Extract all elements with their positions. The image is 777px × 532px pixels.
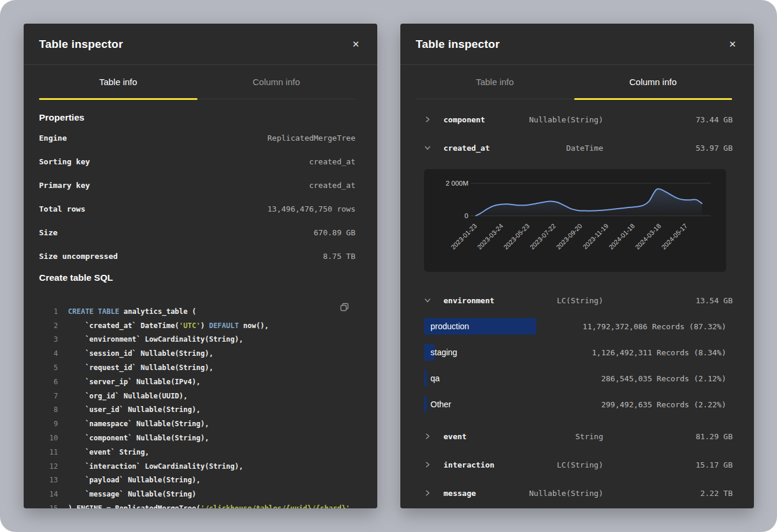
line-number: 6 [39,378,58,386]
line-number: 15 [39,504,58,508]
sql-line: 2 `created_at` DateTime('UTC') DEFAULT n… [39,319,355,333]
property-value: 670.89 GB [314,228,355,237]
sql-line: 8 `user_id` Nullable(String), [39,403,355,417]
sql-code: `component` Nullable(String), [68,434,209,442]
properties-list: Engine ReplicatedMergeTree Sorting key c… [39,126,355,268]
sql-line: 15 ) ENGINE = ReplicatedMergeTree('/clic… [39,501,355,508]
property-label: Size [39,228,57,237]
sql-code: `message` Nullable(String) [68,490,196,498]
x-axis-tick-label: 2023-07-22 [529,222,557,251]
column-size: 2.22 TB [603,489,733,498]
close-icon[interactable]: ✕ [725,37,740,51]
property-row: Total rows 13,496,476,750 rows [39,197,355,220]
column-type: String [575,432,603,441]
tab-column-info[interactable]: Column info [574,65,733,99]
dialog-title: Table inspector [416,38,500,51]
sql-code: `server_ip` Nullable(IPv4), [68,378,200,386]
property-label: Sorting key [39,157,90,166]
column-list: component Nullable(String) 73.44 GB crea… [400,99,754,507]
value-share-bar [424,370,427,387]
column-name: interaction [443,460,494,469]
chevron-right-icon[interactable] [424,115,432,124]
sql-code: `org_id` Nullable(UUID), [68,392,187,400]
environment-value-row: production 11,792,372,086 Records (87.32… [424,318,733,335]
sql-code: CREATE TABLE analytics_table ( [68,307,196,316]
property-row: Size uncompressed 8.75 TB [39,244,355,268]
line-number: 12 [39,462,58,471]
property-value: ReplicatedMergeTree [267,134,355,142]
column-row[interactable]: created_at DateTime 53.97 GB [416,134,733,162]
tab-table-info[interactable]: Table info [416,65,574,99]
sql-line: 3 `environment` LowCardinality(String), [39,333,355,347]
sql-code: `interaction` LowCardinality(String), [68,462,243,471]
column-row[interactable]: message Nullable(String) 2.22 TB [416,479,733,507]
sql-line: 14 `message` Nullable(String) [39,487,355,501]
sql-line: 1 CREATE TABLE analytics_table ( [39,304,355,319]
line-number: 13 [39,476,58,484]
properties-heading: Properties [39,112,355,123]
close-icon[interactable]: ✕ [348,37,363,51]
value-record-count: 11,792,372,086 Records (87.32%) [582,322,733,331]
tab-bar: Table info Column info [39,65,355,99]
value-label: qa [430,374,440,383]
property-value: created_at [309,181,355,190]
environment-value-row: staging 1,126,492,311 Records (8.34%) [424,344,733,361]
chevron-right-icon[interactable] [424,489,432,497]
column-type: DateTime [566,144,603,153]
dialog-header: Table inspector ✕ [24,24,377,65]
value-label: Other [430,400,451,409]
sql-code: `created_at` DateTime('UTC') DEFAULT now… [68,322,269,330]
column-type: Nullable(String) [529,489,603,498]
tab-table-info[interactable]: Table info [39,65,198,99]
column-row[interactable]: event String 81.29 GB [416,422,733,450]
sql-code: `session_id` Nullable(String), [68,349,213,358]
sql-line: 11 `event` String, [39,445,355,459]
column-row[interactable]: component Nullable(String) 73.44 GB [416,105,733,134]
property-row: Size 670.89 GB [39,220,355,244]
sql-code: `namespace` Nullable(String), [68,420,209,428]
property-label: Total rows [39,205,85,213]
column-row[interactable]: environment LC(String) 13.54 GB [416,286,733,314]
x-axis-tick-label: 2023-01-23 [449,222,478,251]
tab-column-info[interactable]: Column info [198,65,356,99]
value-record-count: 1,126,492,311 Records (8.34%) [592,348,733,357]
x-axis-tick-label: 2024-05-17 [660,222,688,251]
column-name: event [443,432,467,441]
line-number: 7 [39,392,58,400]
column-row[interactable]: interaction LC(String) 15.17 GB [416,450,733,479]
chevron-right-icon[interactable] [424,432,432,440]
table-info-content: Properties Engine ReplicatedMergeTree So… [24,112,377,508]
column-name: environment [443,296,494,305]
chevron-right-icon[interactable] [424,460,432,469]
environment-value-row: Other 299,492,635 Records (2.22%) [424,396,733,413]
tab-bar: Table info Column info [416,65,732,99]
column-size: 13.54 GB [603,296,733,305]
line-number: 2 [39,322,58,330]
value-label: production [430,322,469,331]
property-row: Sorting key created_at [39,150,355,173]
chevron-down-icon[interactable] [424,144,432,152]
column-name: created_at [443,144,490,153]
sql-code: `environment` LowCardinality(String), [68,335,243,343]
property-value: created_at [309,157,355,166]
column-type: Nullable(String) [529,115,603,124]
value-record-count: 299,492,635 Records (2.22%) [601,400,733,409]
environment-value-row: qa 286,545,035 Records (2.12%) [424,370,733,387]
line-number: 8 [39,406,58,414]
table-inspector-dialog-table-info: Table inspector ✕ Table info Column info… [24,24,377,508]
property-value: 8.75 TB [323,252,355,261]
column-type: LC(String) [557,296,603,305]
value-share-bar [424,396,427,413]
column-name: component [443,115,485,124]
line-number: 3 [39,335,58,343]
chevron-down-icon[interactable] [424,296,432,304]
value-label: staging [430,348,457,357]
property-row: Engine ReplicatedMergeTree [39,126,355,150]
column-size: 15.17 GB [603,460,733,469]
x-axis-tick-label: 2024-03-18 [634,222,662,251]
value-record-count: 286,545,035 Records (2.12%) [601,374,733,383]
dialog-header: Table inspector ✕ [400,24,754,65]
sql-code: `request_id` Nullable(String), [68,364,213,372]
table-inspector-dialog-column-info: Table inspector ✕ Table info Column info… [400,24,754,508]
copy-icon[interactable] [338,301,351,315]
